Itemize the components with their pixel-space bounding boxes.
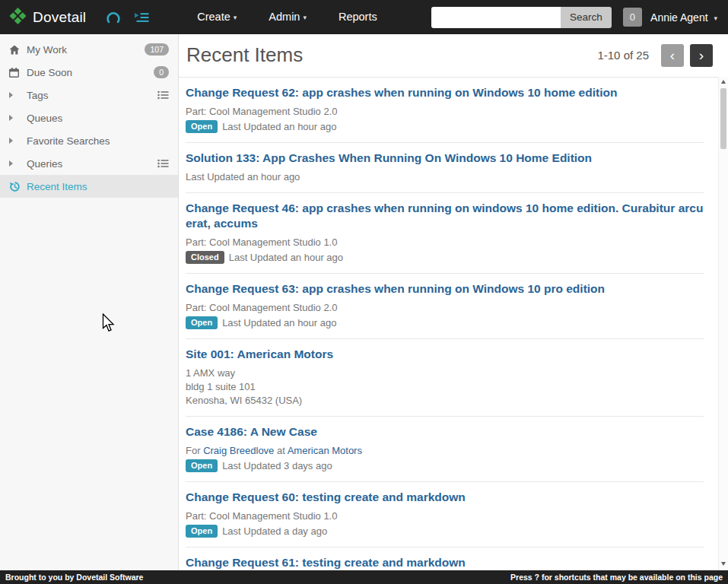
item-title-link[interactable]: Case 4186: A New Case	[186, 424, 704, 440]
sidebar-item-tags[interactable]: Tags	[0, 84, 178, 106]
status-badge: Open	[186, 316, 218, 329]
caret-down-icon: ▾	[303, 14, 307, 21]
item-title-link[interactable]: Change Request 62: app crashes when runn…	[186, 85, 704, 100]
user-name: Annie Agent	[650, 11, 708, 24]
item-title-link[interactable]: Site 001: American Motors	[186, 347, 704, 362]
caret-icon	[9, 115, 27, 121]
last-updated: Last Updated an hour ago	[229, 252, 343, 263]
sidebar-item-label: Due Soon	[27, 67, 72, 78]
topbar: Dovetail Create▾Admin▾Reports Search 0 A…	[0, 0, 728, 34]
item-title-link[interactable]: Change Request 60: testing create and ma…	[186, 490, 704, 505]
last-updated: Last Updated an hour ago	[222, 121, 336, 132]
sidebar-item-label: Tags	[27, 90, 49, 101]
nav-admin[interactable]: Admin▾	[253, 0, 323, 35]
caret-icon	[9, 92, 27, 98]
list-icon[interactable]	[157, 90, 169, 100]
gauge-icon[interactable]	[106, 11, 121, 24]
nav-label: Reports	[339, 11, 377, 23]
sidebar: My Work107Due Soon0TagsQueuesFavorite Se…	[0, 34, 179, 570]
caret-icon	[9, 138, 27, 144]
item-meta: 1 AMX way	[186, 367, 704, 380]
status-line: OpenLast Updated an hour ago	[186, 119, 704, 134]
search-button[interactable]: Search	[561, 7, 612, 28]
scroll-up-button[interactable]	[719, 77, 728, 87]
list-icon[interactable]	[157, 159, 169, 168]
scroll-thumb[interactable]	[720, 88, 726, 149]
next-page-button[interactable]: ›	[690, 44, 713, 67]
item-meta: Last Updated an hour ago	[186, 170, 704, 184]
pagination: 1-10 of 25 ‹ ›	[597, 44, 713, 67]
nav-label: Create	[197, 11, 230, 23]
site-link[interactable]: American Motors	[288, 445, 362, 456]
caret-icon	[9, 160, 27, 167]
status-line: OpenLast Updated a day ago	[186, 524, 704, 538]
top-nav: Create▾Admin▾Reports	[181, 0, 393, 35]
sidebar-item-queries[interactable]: Queries	[0, 152, 178, 175]
calendar-icon	[9, 68, 27, 78]
status-line: OpenLast Updated an hour ago	[186, 316, 704, 330]
main-content: Recent Items 1-10 of 25 ‹ › Change Reque…	[179, 34, 728, 570]
list-item: Site 001: American Motors1 AMX waybldg 1…	[186, 339, 704, 417]
main-header: Recent Items 1-10 of 25 ‹ ›	[179, 34, 728, 78]
sidebar-item-label: Recent Items	[27, 181, 87, 192]
sidebar-item-recent-items[interactable]: Recent Items	[0, 175, 178, 198]
notification-counter[interactable]: 0	[623, 8, 642, 27]
sidebar-item-label: Queries	[27, 158, 62, 170]
sidebar-item-queues[interactable]: Queues	[0, 106, 178, 129]
item-meta: Part: Cool Management Studio 2.0	[186, 301, 704, 315]
item-title-link[interactable]: Solution 133: App Crashes When Running O…	[186, 151, 704, 166]
last-updated: Last Updated an hour ago	[222, 317, 336, 328]
item-meta: Part: Cool Management Studio 2.0	[186, 105, 704, 119]
item-for-line: For Craig Breedlove at American Motors	[186, 444, 704, 458]
list-item: Change Request 63: app crashes when runn…	[186, 274, 704, 339]
sidebar-item-my-work[interactable]: My Work107	[0, 38, 178, 61]
item-meta: Kenosha, WI 65432 (USA)	[186, 394, 704, 408]
list-item: Change Request 46: app crashes when runn…	[186, 193, 704, 274]
status-badge: Closed	[186, 251, 224, 264]
worklist-icon[interactable]	[135, 12, 149, 23]
sidebar-item-label: Favorite Searches	[27, 135, 110, 147]
status-badge: Open	[186, 459, 218, 472]
status-line: ClosedLast Updated an hour ago	[186, 250, 704, 265]
sidebar-item-due-soon[interactable]: Due Soon0	[0, 61, 178, 84]
status-badge: Open	[186, 525, 218, 538]
count-badge: 107	[145, 43, 169, 56]
list-item: Change Request 62: app crashes when runn…	[186, 78, 704, 143]
item-title-link[interactable]: Change Request 61: testing create and ma…	[186, 555, 704, 570]
search-input[interactable]	[431, 7, 561, 28]
sidebar-item-favorite-searches[interactable]: Favorite Searches	[0, 129, 178, 152]
list-item: Change Request 61: testing create and ma…	[186, 548, 704, 570]
nav-create[interactable]: Create▾	[181, 0, 253, 35]
page-title: Recent Items	[186, 43, 303, 67]
sidebar-item-label: Queues	[27, 113, 62, 124]
prev-page-button[interactable]: ‹	[661, 44, 684, 67]
caret-down-icon: ▾	[714, 14, 717, 22]
footer: Brought to you by Dovetail Software Pres…	[0, 570, 728, 584]
list-item: Solution 133: App Crashes When Running O…	[186, 143, 704, 193]
contact-link[interactable]: Craig Breedlove	[203, 445, 274, 456]
item-meta: Part: Cool Management Studio 1.0	[186, 509, 704, 523]
caret-down-icon: ▾	[234, 14, 237, 21]
nav-label: Admin	[269, 11, 300, 23]
footer-shortcuts-hint: Press ? for shortcuts that may be availa…	[510, 573, 723, 582]
scroll-down-button[interactable]	[719, 559, 728, 569]
item-title-link[interactable]: Change Request 63: app crashes when runn…	[186, 281, 704, 297]
brand[interactable]: Dovetail	[0, 7, 92, 27]
item-meta: Part: Cool Management Studio 1.0	[186, 236, 704, 249]
last-updated: Last Updated a day ago	[222, 525, 327, 537]
user-menu[interactable]: Annie Agent ▾	[650, 11, 717, 24]
home-icon	[9, 45, 27, 55]
search-group: Search	[431, 7, 612, 28]
item-meta: bldg 1 suite 101	[186, 380, 704, 394]
list-item: Case 4186: A New CaseFor Craig Breedlove…	[186, 417, 704, 482]
scrollbar[interactable]	[718, 77, 728, 570]
history-icon	[9, 181, 27, 192]
footer-credit: Brought to you by Dovetail Software	[5, 573, 143, 582]
pagination-range: 1-10 of 25	[597, 49, 649, 62]
list-item: Change Request 60: testing create and ma…	[186, 482, 704, 548]
count-badge: 0	[154, 66, 169, 79]
nav-reports[interactable]: Reports	[323, 0, 393, 35]
brand-name: Dovetail	[33, 9, 86, 26]
status-line: OpenLast Updated 3 days ago	[186, 459, 704, 473]
item-title-link[interactable]: Change Request 46: app crashes when runn…	[186, 201, 704, 231]
